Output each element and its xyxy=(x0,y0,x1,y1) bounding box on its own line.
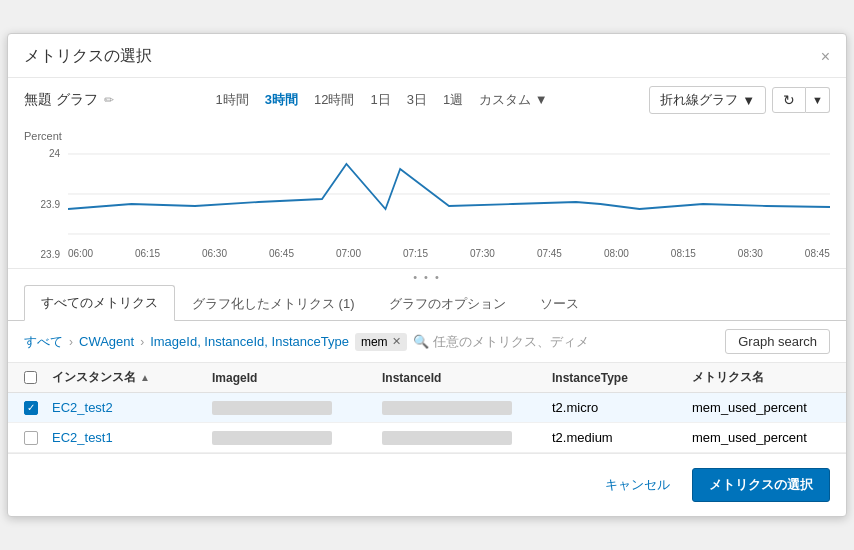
table-row: EC2_test1 t2.medium mem_used_percent xyxy=(8,423,846,453)
dialog-title: メトリクスの選択 xyxy=(24,46,152,67)
graph-title: 無題 グラフ xyxy=(24,91,98,109)
breadcrumb-dimensions[interactable]: ImageId, InstanceId, InstanceType xyxy=(150,334,349,349)
row-1-image-id xyxy=(212,401,382,415)
x-label-3: 06:45 xyxy=(269,248,294,264)
x-label-6: 07:30 xyxy=(470,248,495,264)
time-custom[interactable]: カスタム ▼ xyxy=(473,88,553,112)
search-input-wrapper: 🔍 任意のメトリクス、ディメ xyxy=(413,333,589,351)
row-1-checkbox[interactable]: ✓ xyxy=(24,401,38,415)
th-instance-type-label: InstanceType xyxy=(552,371,628,385)
x-label-5: 07:15 xyxy=(403,248,428,264)
table-row: ✓ EC2_test2 t2.micro mem_used_percent xyxy=(8,393,846,423)
y-axis-label: Percent xyxy=(24,130,830,142)
breadcrumb-sep-1: › xyxy=(69,335,73,349)
th-image-id: ImageId xyxy=(212,369,382,386)
dialog: メトリクスの選択 × 無題 グラフ ✏ 1時間 3時間 12時間 1日 3日 1… xyxy=(7,33,847,517)
y-label-top: 24 xyxy=(24,148,64,159)
breadcrumb-row: すべて › CWAgent › ImageId, InstanceId, Ins… xyxy=(8,321,846,363)
chart-container: 24 23.9 23.9 06:00 06:15 06:30 xyxy=(24,144,830,264)
tab-all-metrics[interactable]: すべてのメトリクス xyxy=(24,285,175,321)
table-header: インスタンス名 ▲ ImageId InstanceId InstanceTyp… xyxy=(8,363,846,393)
chart-svg-wrapper xyxy=(68,144,830,248)
breadcrumb-sep-2: › xyxy=(140,335,144,349)
th-instance-name: インスタンス名 ▲ xyxy=(52,369,212,386)
refresh-dropdown-button[interactable]: ▼ xyxy=(806,87,830,113)
row-2-checkbox[interactable] xyxy=(24,431,38,445)
row-1-instance-name[interactable]: EC2_test2 xyxy=(52,400,212,415)
tab-graph-options[interactable]: グラフのオプション xyxy=(372,285,523,321)
th-select-all xyxy=(24,369,52,386)
filter-tag-remove[interactable]: ✕ xyxy=(392,335,401,348)
search-icon: 🔍 xyxy=(413,334,429,349)
right-controls: 折れ線グラフ ▼ ↻ ▼ xyxy=(649,86,830,114)
x-label-11: 08:45 xyxy=(805,248,830,264)
filter-tag: mem ✕ xyxy=(355,333,407,351)
x-label-10: 08:30 xyxy=(738,248,763,264)
time-12h[interactable]: 12時間 xyxy=(308,88,360,112)
x-label-8: 08:00 xyxy=(604,248,629,264)
tabs-row: すべてのメトリクス グラフ化したメトリクス (1) グラフのオプション ソース xyxy=(8,285,846,321)
search-placeholder[interactable]: 任意のメトリクス、ディメ xyxy=(433,333,589,351)
row-2-checkbox-cell xyxy=(24,431,52,445)
row-1-metric-name: mem_used_percent xyxy=(692,400,830,415)
th-instance-type: InstanceType xyxy=(552,369,692,386)
x-label-0: 06:00 xyxy=(68,248,93,264)
x-label-4: 07:00 xyxy=(336,248,361,264)
breadcrumb-cwagent[interactable]: CWAgent xyxy=(79,334,134,349)
y-labels: 24 23.9 23.9 xyxy=(24,144,64,264)
time-1d[interactable]: 1日 xyxy=(364,88,396,112)
row-2-metric-name: mem_used_percent xyxy=(692,430,830,445)
th-image-id-label: ImageId xyxy=(212,371,257,385)
footer: キャンセル メトリクスの選択 xyxy=(8,453,846,516)
tab-graphed-metrics[interactable]: グラフ化したメトリクス (1) xyxy=(175,285,372,321)
time-controls: 1時間 3時間 12時間 1日 3日 1週 カスタム ▼ xyxy=(210,88,554,112)
chart-area: Percent 24 23.9 23.9 06 xyxy=(8,122,846,269)
row-1-instance-type: t2.micro xyxy=(552,400,692,415)
x-label-7: 07:45 xyxy=(537,248,562,264)
graph-search-button[interactable]: Graph search xyxy=(725,329,830,354)
row-1-instance-id xyxy=(382,401,552,415)
row-2-instance-name[interactable]: EC2_test1 xyxy=(52,430,212,445)
y-label-bot: 23.9 xyxy=(24,249,64,260)
row-2-instance-type: t2.medium xyxy=(552,430,692,445)
th-instance-id: InstanceId xyxy=(382,369,552,386)
row-2-instance-id xyxy=(382,431,552,445)
sort-icon: ▲ xyxy=(140,372,150,383)
chart-type-button[interactable]: 折れ線グラフ ▼ xyxy=(649,86,766,114)
x-label-2: 06:30 xyxy=(202,248,227,264)
th-instance-name-label: インスタンス名 xyxy=(52,369,136,386)
row-2-image-id xyxy=(212,431,382,445)
time-1h[interactable]: 1時間 xyxy=(210,88,255,112)
refresh-group: ↻ ▼ xyxy=(772,87,830,113)
chart-type-label: 折れ線グラフ xyxy=(660,91,738,109)
filter-tag-text: mem xyxy=(361,335,388,349)
time-3h[interactable]: 3時間 xyxy=(259,88,304,112)
th-instance-id-label: InstanceId xyxy=(382,371,441,385)
th-metric-name-label: メトリクス名 xyxy=(692,369,764,386)
x-label-9: 08:15 xyxy=(671,248,696,264)
tab-source[interactable]: ソース xyxy=(523,285,596,321)
confirm-button[interactable]: メトリクスの選択 xyxy=(692,468,830,502)
x-labels: 06:00 06:15 06:30 06:45 07:00 07:15 07:3… xyxy=(68,248,830,264)
toolbar: 無題 グラフ ✏ 1時間 3時間 12時間 1日 3日 1週 カスタム ▼ 折れ… xyxy=(8,78,846,122)
chart-type-arrow: ▼ xyxy=(742,93,755,108)
chart-svg xyxy=(68,144,830,248)
time-3d[interactable]: 3日 xyxy=(401,88,433,112)
row-1-checkbox-cell: ✓ xyxy=(24,401,52,415)
cancel-button[interactable]: キャンセル xyxy=(593,470,682,500)
x-label-1: 06:15 xyxy=(135,248,160,264)
breadcrumb-all[interactable]: すべて xyxy=(24,333,63,351)
graph-title-area: 無題 グラフ ✏ xyxy=(24,91,114,109)
refresh-button[interactable]: ↻ xyxy=(772,87,806,113)
dialog-header: メトリクスの選択 × xyxy=(8,34,846,78)
y-label-mid: 23.9 xyxy=(24,199,64,210)
edit-icon[interactable]: ✏ xyxy=(104,93,114,107)
th-metric-name: メトリクス名 xyxy=(692,369,830,386)
time-1w[interactable]: 1週 xyxy=(437,88,469,112)
select-all-checkbox[interactable] xyxy=(24,371,37,384)
ellipsis-dots: • • • xyxy=(8,269,846,285)
close-button[interactable]: × xyxy=(821,49,830,65)
